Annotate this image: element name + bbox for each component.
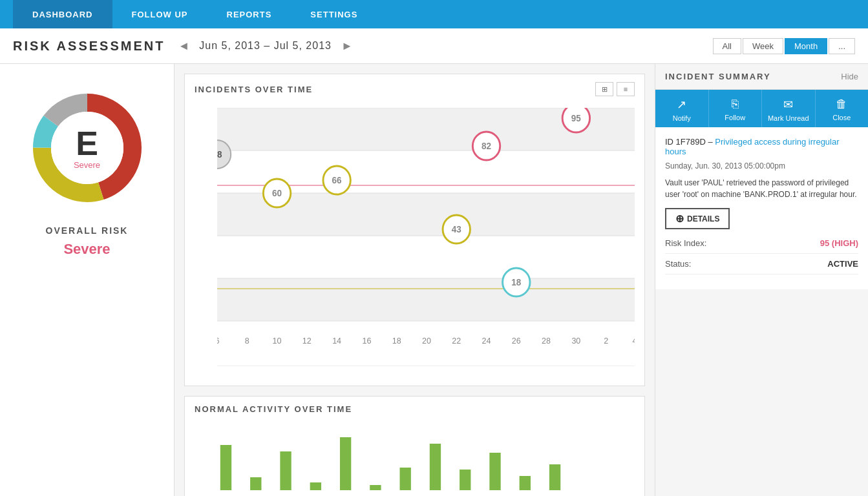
svg-text:30: 30 [571,336,580,346]
svg-rect-67 [430,444,441,490]
svg-rect-70 [520,476,531,490]
svg-text:14: 14 [332,336,341,346]
normal-activity-section: NORMAL ACTIVITY OVER TIME 250 200 150 [184,396,645,496]
page-title: RISK ASSESSMENT [13,39,165,54]
svg-rect-62 [280,451,291,490]
hide-button[interactable]: Hide [841,72,858,81]
svg-text:24: 24 [482,336,491,346]
svg-rect-71 [549,464,560,490]
action-buttons: ↗ Notify ⎘ Follow ✉ Mark Unread 🗑 Close [655,90,868,127]
notify-icon: ↗ [677,98,686,112]
status-label: Status: [665,259,691,269]
svg-text:60: 60 [272,189,282,198]
svg-text:16: 16 [362,336,371,346]
svg-text:10: 10 [273,336,282,346]
donut-center: E Severe [74,127,100,170]
right-panel: INCIDENT SUMMARY Hide ↗ Notify ⎘ Follow … [655,64,868,496]
incident-summary-header: INCIDENT SUMMARY Hide [655,64,868,90]
svg-text:18: 18 [511,278,521,287]
follow-button[interactable]: ⎘ Follow [709,90,763,127]
close-incident-button[interactable]: 🗑 Close [816,90,869,127]
chart-view-toggle: ⊞ ≡ [595,82,635,96]
svg-rect-68 [460,470,471,490]
filter-more[interactable]: ... [829,38,855,54]
sidebar: E Severe OVERALL RISK Severe [0,64,175,496]
header-bar: RISK ASSESSMENT ◄ Jun 5, 2013 – Jul 5, 2… [0,28,868,64]
svg-rect-63 [310,482,321,490]
date-range-label: Jun 5, 2013 – Jul 5, 2013 [199,40,332,52]
notify-button[interactable]: ↗ Notify [655,90,709,127]
svg-text:8: 8 [245,336,249,346]
overall-risk-label: OVERALL RISK [46,225,129,236]
svg-text:43: 43 [452,225,461,234]
svg-rect-69 [489,453,500,490]
svg-text:2: 2 [604,336,608,346]
svg-text:26: 26 [512,336,521,346]
charts-area: INCIDENTS OVER TIME ⊞ ≡ [175,64,655,496]
incident-summary-title: INCIDENT SUMMARY [665,72,771,81]
mark-unread-label: Mark Unread [768,114,809,122]
status-row: Status: ACTIVE [665,259,858,274]
donut-chart: E Severe [23,83,152,212]
nav-reports[interactable]: REPORTS [207,0,291,28]
svg-text:28: 28 [542,336,551,346]
svg-rect-60 [220,445,231,490]
risk-grade: E [74,127,100,160]
main-content: E Severe OVERALL RISK Severe INCIDENTS O… [0,64,868,496]
normal-activity-title: NORMAL ACTIVITY OVER TIME [195,404,352,414]
incidents-chart-section: INCIDENTS OVER TIME ⊞ ≡ [184,74,645,386]
list-view-btn[interactable]: ≡ [617,82,635,96]
incident-date: Sunday, Jun. 30, 2013 05:00:00pm [665,161,858,170]
filter-week[interactable]: Week [743,38,783,54]
svg-text:78: 78 [217,150,222,160]
close-icon: 🗑 [836,98,847,111]
prev-date-arrow[interactable]: ◄ [178,39,189,53]
risk-index-value: 95 (HIGH) [820,238,858,248]
filter-month[interactable]: Month [785,38,827,54]
overall-risk-value: Severe [63,241,110,258]
follow-label: Follow [725,114,745,121]
time-filter-group: All Week Month ... [713,38,855,54]
date-navigation: ◄ Jun 5, 2013 – Jul 5, 2013 ► [178,39,352,53]
incidents-chart-header: INCIDENTS OVER TIME ⊞ ≡ [185,74,644,101]
mark-unread-button[interactable]: ✉ Mark Unread [762,90,816,127]
svg-text:66: 66 [332,176,342,185]
incident-content: ID 1F789D – Privileged access during irr… [655,127,868,289]
svg-rect-66 [400,468,411,490]
close-label: Close [832,114,851,121]
risk-index-row: Risk Index: 95 (HIGH) [665,238,858,254]
scatter-chart: 100 80 60 40 20 0 6 8 10 12 14 16 18 20 [185,101,644,386]
svg-text:18: 18 [392,336,401,346]
svg-text:6: 6 [217,336,219,346]
filter-all[interactable]: All [713,38,741,54]
nav-settings[interactable]: SETTINGS [291,0,377,28]
incident-meta: Risk Index: 95 (HIGH) Status: ACTIVE [665,238,858,274]
incidents-chart-title: INCIDENTS OVER TIME [195,85,313,94]
incident-id-number: ID 1F789D [665,137,706,147]
details-button[interactable]: ⊕ DETAILS [665,208,730,229]
nav-followup[interactable]: FOLLOW UP [112,0,207,28]
scatter-view-btn[interactable]: ⊞ [595,82,613,96]
notify-label: Notify [673,114,691,122]
top-navigation: DASHBOARD FOLLOW UP REPORTS SETTINGS [0,0,868,28]
details-plus-icon: ⊕ [675,212,684,225]
normal-activity-header: NORMAL ACTIVITY OVER TIME [185,397,644,419]
svg-rect-61 [250,477,261,490]
nav-dashboard[interactable]: DASHBOARD [13,0,112,28]
svg-rect-64 [340,437,351,490]
mark-unread-icon: ✉ [783,98,793,112]
svg-rect-10 [217,278,635,321]
status-value: ACTIVE [827,259,858,269]
svg-text:20: 20 [422,336,431,346]
follow-icon: ⎘ [732,98,739,111]
next-date-arrow[interactable]: ► [341,39,353,53]
svg-text:12: 12 [302,336,312,346]
svg-text:4: 4 [633,336,635,346]
incident-description: Vault user 'PAUL' retrieved the password… [665,177,858,200]
svg-rect-9 [217,236,635,278]
svg-rect-65 [370,485,381,490]
bar-chart: 250 200 150 [185,419,644,496]
svg-text:22: 22 [452,336,461,346]
svg-text:95: 95 [571,114,581,123]
risk-grade-label: Severe [74,160,100,170]
